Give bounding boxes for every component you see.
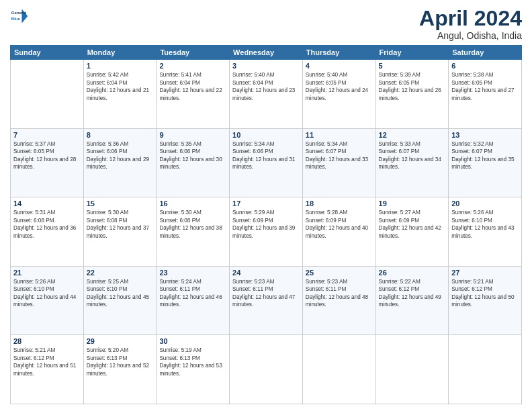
cell-2-6: 12Sunrise: 5:33 AMSunset: 6:07 PMDayligh…: [375, 128, 449, 197]
calendar-table: Sunday Monday Tuesday Wednesday Thursday…: [10, 45, 522, 404]
cell-4-6: 26Sunrise: 5:22 AMSunset: 6:12 PMDayligh…: [375, 266, 449, 335]
cell-text: Sunrise: 5:25 AMSunset: 6:10 PMDaylight:…: [87, 278, 154, 309]
cell-5-1: 28Sunrise: 5:21 AMSunset: 6:12 PMDayligh…: [11, 335, 84, 404]
location-title: Angul, Odisha, India: [419, 30, 522, 41]
day-number: 13: [451, 131, 519, 139]
day-number: 28: [13, 337, 81, 345]
cell-text: Sunrise: 5:23 AMSunset: 6:11 PMDaylight:…: [232, 278, 300, 309]
cell-1-5: 4Sunrise: 5:40 AMSunset: 6:05 PMDaylight…: [302, 60, 375, 129]
cell-text: Sunrise: 5:29 AMSunset: 6:09 PMDaylight:…: [232, 209, 300, 240]
cell-text: Sunrise: 5:31 AMSunset: 6:08 PMDaylight:…: [13, 209, 81, 240]
svg-text:General: General: [11, 10, 27, 15]
cell-5-7: [449, 335, 522, 404]
cell-5-2: 29Sunrise: 5:20 AMSunset: 6:13 PMDayligh…: [83, 335, 157, 404]
day-number: 5: [379, 62, 446, 70]
cell-2-5: 11Sunrise: 5:34 AMSunset: 6:07 PMDayligh…: [302, 128, 375, 197]
cell-3-7: 20Sunrise: 5:26 AMSunset: 6:10 PMDayligh…: [449, 197, 522, 267]
cell-4-3: 23Sunrise: 5:24 AMSunset: 6:11 PMDayligh…: [157, 266, 230, 335]
day-number: 10: [232, 131, 300, 139]
day-number: 16: [159, 199, 226, 208]
day-number: 12: [379, 131, 446, 139]
cell-3-3: 16Sunrise: 5:30 AMSunset: 6:08 PMDayligh…: [157, 197, 230, 267]
week-row-4: 21Sunrise: 5:26 AMSunset: 6:10 PMDayligh…: [11, 266, 522, 335]
cell-text: Sunrise: 5:23 AMSunset: 6:11 PMDaylight:…: [306, 278, 373, 309]
col-wednesday: Wednesday: [230, 46, 303, 60]
cell-2-2: 8Sunrise: 5:36 AMSunset: 6:06 PMDaylight…: [83, 128, 157, 197]
cell-5-3: 30Sunrise: 5:19 AMSunset: 6:13 PMDayligh…: [157, 335, 230, 404]
cell-1-6: 5Sunrise: 5:39 AMSunset: 6:05 PMDaylight…: [375, 60, 449, 129]
cell-3-2: 15Sunrise: 5:30 AMSunset: 6:08 PMDayligh…: [83, 197, 157, 267]
day-number: 3: [232, 62, 300, 70]
cell-4-1: 21Sunrise: 5:26 AMSunset: 6:10 PMDayligh…: [11, 266, 84, 335]
cell-2-4: 10Sunrise: 5:34 AMSunset: 6:06 PMDayligh…: [230, 128, 303, 197]
day-number: 29: [87, 337, 154, 345]
cell-text: Sunrise: 5:36 AMSunset: 6:06 PMDaylight:…: [87, 140, 154, 171]
cell-text: Sunrise: 5:32 AMSunset: 6:07 PMDaylight:…: [451, 140, 519, 171]
cell-4-4: 24Sunrise: 5:23 AMSunset: 6:11 PMDayligh…: [230, 266, 303, 335]
logo: General Blue: [10, 7, 29, 26]
cell-4-7: 27Sunrise: 5:21 AMSunset: 6:12 PMDayligh…: [449, 266, 522, 335]
header: General Blue April 2024 Angul, Odisha, I…: [10, 7, 522, 41]
cell-text: Sunrise: 5:21 AMSunset: 6:12 PMDaylight:…: [451, 278, 519, 309]
cell-3-6: 19Sunrise: 5:27 AMSunset: 6:09 PMDayligh…: [375, 197, 449, 267]
week-row-5: 28Sunrise: 5:21 AMSunset: 6:12 PMDayligh…: [11, 335, 522, 404]
week-row-3: 14Sunrise: 5:31 AMSunset: 6:08 PMDayligh…: [11, 197, 522, 267]
cell-text: Sunrise: 5:34 AMSunset: 6:06 PMDaylight:…: [232, 140, 300, 171]
cell-text: Sunrise: 5:30 AMSunset: 6:08 PMDaylight:…: [159, 209, 226, 240]
cell-4-2: 22Sunrise: 5:25 AMSunset: 6:10 PMDayligh…: [83, 266, 157, 335]
cell-2-7: 13Sunrise: 5:32 AMSunset: 6:07 PMDayligh…: [449, 128, 522, 197]
cell-text: Sunrise: 5:39 AMSunset: 6:05 PMDaylight:…: [379, 71, 446, 102]
col-sunday: Sunday: [11, 46, 84, 60]
cell-text: Sunrise: 5:21 AMSunset: 6:12 PMDaylight:…: [13, 347, 81, 377]
cell-3-5: 18Sunrise: 5:28 AMSunset: 6:09 PMDayligh…: [302, 197, 375, 267]
cell-1-1: [11, 60, 84, 129]
col-saturday: Saturday: [449, 46, 522, 60]
page: General Blue April 2024 Angul, Odisha, I…: [0, 0, 532, 411]
cell-text: Sunrise: 5:30 AMSunset: 6:08 PMDaylight:…: [87, 209, 154, 240]
cell-5-6: [375, 335, 449, 404]
week-row-2: 7Sunrise: 5:37 AMSunset: 6:05 PMDaylight…: [11, 128, 522, 197]
cell-text: Sunrise: 5:37 AMSunset: 6:05 PMDaylight:…: [13, 140, 81, 171]
cell-text: Sunrise: 5:42 AMSunset: 6:04 PMDaylight:…: [87, 71, 154, 102]
cell-1-3: 2Sunrise: 5:41 AMSunset: 6:04 PMDaylight…: [157, 60, 230, 129]
col-thursday: Thursday: [302, 46, 375, 60]
cell-4-5: 25Sunrise: 5:23 AMSunset: 6:11 PMDayligh…: [302, 266, 375, 335]
day-number: 20: [451, 199, 519, 208]
cell-text: Sunrise: 5:28 AMSunset: 6:09 PMDaylight:…: [306, 209, 373, 240]
day-number: 7: [13, 131, 81, 139]
cell-text: Sunrise: 5:24 AMSunset: 6:11 PMDaylight:…: [159, 278, 226, 309]
cell-1-2: 1Sunrise: 5:42 AMSunset: 6:04 PMDaylight…: [83, 60, 157, 129]
day-number: 19: [379, 199, 446, 208]
day-number: 18: [306, 199, 373, 208]
svg-text:Blue: Blue: [11, 16, 21, 21]
cell-text: Sunrise: 5:38 AMSunset: 6:05 PMDaylight:…: [451, 71, 519, 102]
day-number: 27: [451, 269, 519, 277]
day-number: 6: [451, 62, 519, 70]
day-number: 23: [159, 269, 226, 277]
day-number: 26: [379, 269, 446, 277]
col-friday: Friday: [375, 46, 449, 60]
day-number: 15: [87, 199, 154, 208]
cell-2-1: 7Sunrise: 5:37 AMSunset: 6:05 PMDaylight…: [11, 128, 84, 197]
day-number: 24: [232, 269, 300, 277]
day-number: 14: [13, 199, 81, 208]
day-number: 1: [87, 62, 154, 70]
cell-2-3: 9Sunrise: 5:35 AMSunset: 6:06 PMDaylight…: [157, 128, 230, 197]
cell-1-4: 3Sunrise: 5:40 AMSunset: 6:04 PMDaylight…: [230, 60, 303, 129]
cell-text: Sunrise: 5:40 AMSunset: 6:04 PMDaylight:…: [232, 71, 300, 102]
day-number: 8: [87, 131, 154, 139]
col-monday: Monday: [83, 46, 157, 60]
cell-text: Sunrise: 5:27 AMSunset: 6:09 PMDaylight:…: [379, 209, 446, 240]
day-number: 11: [306, 131, 373, 139]
logo-icon: General Blue: [10, 7, 29, 26]
cell-text: Sunrise: 5:19 AMSunset: 6:13 PMDaylight:…: [159, 347, 226, 377]
cell-5-5: [302, 335, 375, 404]
title-block: April 2024 Angul, Odisha, India: [419, 7, 522, 41]
cell-3-1: 14Sunrise: 5:31 AMSunset: 6:08 PMDayligh…: [11, 197, 84, 267]
day-number: 2: [159, 62, 226, 70]
day-number: 22: [87, 269, 154, 277]
day-number: 4: [306, 62, 373, 70]
cell-text: Sunrise: 5:26 AMSunset: 6:10 PMDaylight:…: [451, 209, 519, 240]
cell-3-4: 17Sunrise: 5:29 AMSunset: 6:09 PMDayligh…: [230, 197, 303, 267]
month-title: April 2024: [419, 7, 522, 30]
